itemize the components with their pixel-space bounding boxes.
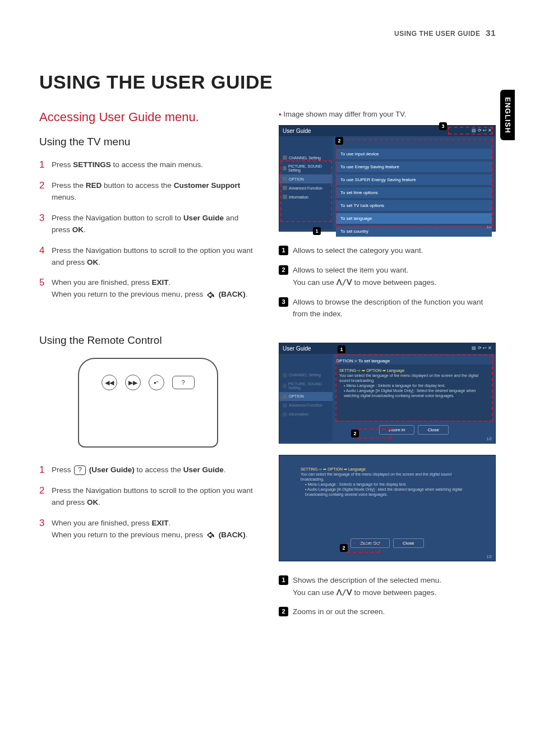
page-title: USING THE USER GUIDE bbox=[39, 71, 496, 93]
steps-remote: 1 Press ? (User Guide) to access the Use… bbox=[39, 464, 256, 541]
language-tab: ENGLISH bbox=[500, 90, 515, 140]
back-icon bbox=[205, 291, 215, 299]
left-column: Accessing User Guide menu. Using the TV … bbox=[39, 110, 256, 626]
rstep-1: 1 Press ? (User Guide) to access the Use… bbox=[39, 464, 256, 476]
step-5: 5 When you are finished, press EXIT. Whe… bbox=[39, 277, 256, 301]
tv-screenshot-3: SETTING ⇨ ➡ OPTION ➡ Language You can se… bbox=[279, 455, 496, 561]
language-label: ENGLISH bbox=[504, 97, 512, 133]
page-number: 31 bbox=[486, 28, 496, 38]
callout-2c: 2 bbox=[340, 544, 348, 552]
callout-2: 2 bbox=[335, 137, 343, 145]
tv2-close-button: Close bbox=[418, 425, 448, 435]
bullet-icon: • bbox=[279, 110, 282, 118]
subsection-heading-a: Using the TV menu bbox=[39, 136, 256, 148]
tv1-title: User Guide bbox=[283, 128, 311, 134]
tv-screenshot-2: User Guide ▤ ⟳ ↩ ✕ CHANNEL Setting PICTU… bbox=[279, 343, 496, 444]
note-line: •Image shown may differ from your TV. bbox=[279, 110, 496, 118]
header-section: USING THE USER GUIDE bbox=[394, 30, 480, 38]
steps-tv-menu: 1 Press SETTINGS to access the main menu… bbox=[39, 159, 256, 301]
callout-1: 1 bbox=[313, 227, 321, 235]
step-1: 1 Press SETTINGS to access the main menu… bbox=[39, 159, 256, 171]
callout-3: 3 bbox=[439, 122, 447, 130]
remote-userguide-button: ? bbox=[172, 376, 195, 389]
back-icon bbox=[205, 531, 215, 539]
tv-screenshot-1: User Guide ▤ ⟳ ↩ ✕ CHANNEL Setting PICTU… bbox=[279, 125, 496, 232]
callout-1b: 1 bbox=[338, 345, 345, 353]
subsection-heading-b: Using the Remote Control bbox=[39, 334, 256, 347]
page-header: USING THE USER GUIDE 31 bbox=[39, 28, 496, 38]
rstep-2: 2 Press the Navigation buttons to scroll… bbox=[39, 485, 256, 509]
rstep-3: 3 When you are finished, press EXIT. Whe… bbox=[39, 518, 256, 541]
updown-icon: ꓥ/ꓦ bbox=[336, 278, 352, 287]
remote-illustration: ◀◀ ▶▶ ●ᴿ ? bbox=[39, 358, 256, 448]
tv2-sidebar: CHANNEL Setting PICTURE, SOUND Setting O… bbox=[279, 354, 333, 441]
callout-2b: 2 bbox=[351, 430, 359, 437]
legend-2: 1Shows the description of the selected m… bbox=[279, 575, 496, 619]
remote-rewind-button: ◀◀ bbox=[102, 375, 117, 390]
tv3-close-button: Close bbox=[393, 538, 423, 548]
step-3: 3 Press the Navigation button to scroll … bbox=[39, 213, 256, 236]
step-4: 4 Press the Navigation buttons to scroll… bbox=[39, 245, 256, 269]
remote-forward-button: ▶▶ bbox=[125, 375, 141, 390]
legend-1: 1Allows to select the category you want.… bbox=[279, 245, 496, 320]
tv2-title: User Guide bbox=[283, 345, 311, 352]
userguide-icon: ? bbox=[74, 465, 86, 475]
updown-icon: ꓥ/ꓦ bbox=[336, 588, 352, 597]
step-2: 2 Press the RED button to access the Cus… bbox=[39, 180, 256, 204]
remote-rec-button: ●ᴿ bbox=[149, 375, 164, 390]
right-column: •Image shown may differ from your TV. Us… bbox=[279, 110, 496, 626]
section-heading: Accessing User Guide menu. bbox=[39, 110, 256, 125]
